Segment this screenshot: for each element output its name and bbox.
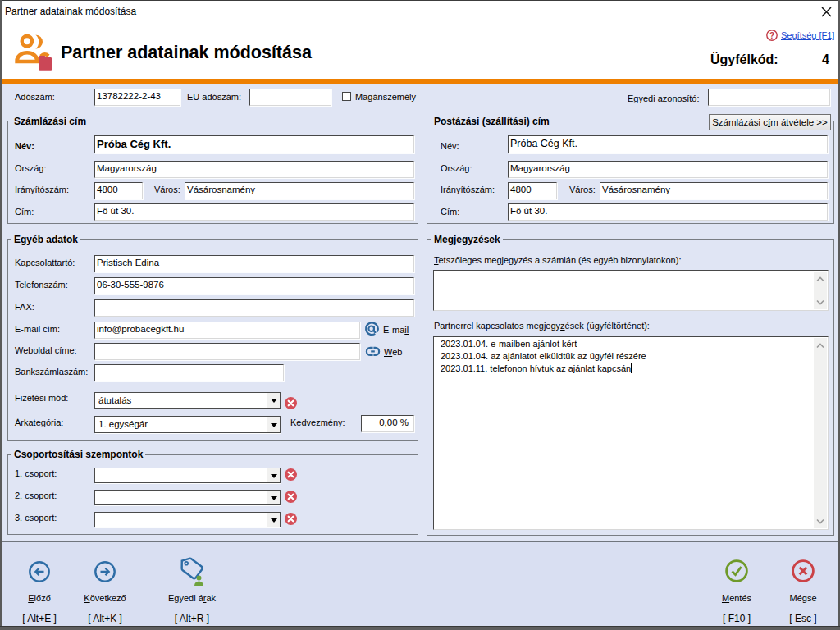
svg-text:?: ?: [769, 31, 774, 40]
